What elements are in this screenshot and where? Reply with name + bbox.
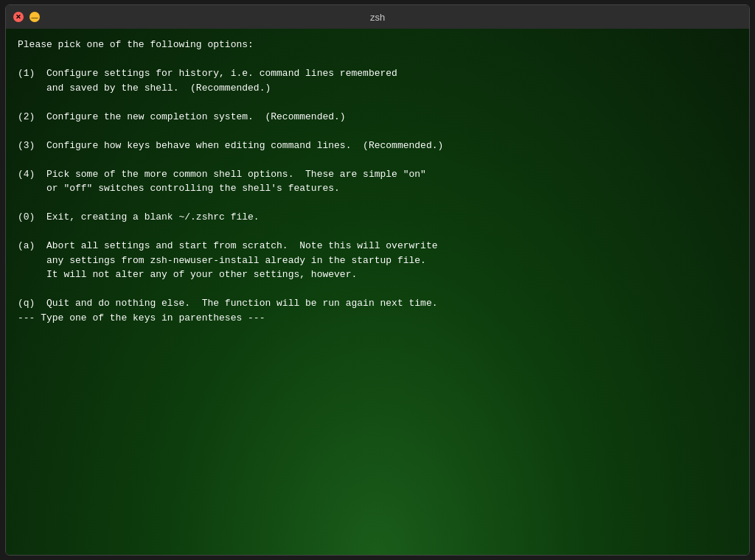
terminal-line: Please pick one of the following options… [18, 38, 737, 52]
titlebar: ✕ — zsh [6, 5, 749, 29]
terminal-line [18, 196, 737, 211]
terminal-line: --- Type one of the keys in parentheses … [18, 311, 737, 326]
terminal-line: (0) Exit, creating a blank ~/.zshrc file… [18, 210, 737, 225]
terminal-line: (2) Configure the new completion system.… [18, 110, 737, 125]
terminal-line: (4) Pick some of the more common shell o… [18, 167, 737, 182]
terminal-line [18, 124, 737, 139]
terminal-body[interactable]: Please pick one of the following options… [6, 29, 749, 555]
terminal-line [18, 52, 737, 67]
terminal-line: and saved by the shell. (Recommended.) [18, 81, 737, 96]
terminal-line: (1) Configure settings for history, i.e.… [18, 66, 737, 81]
terminal-line [18, 225, 737, 239]
terminal-line: any settings from zsh-newuser-install al… [18, 253, 737, 268]
terminal-line: (a) Abort all settings and start from sc… [18, 239, 737, 253]
terminal-line: It will not alter any of your other sett… [18, 267, 737, 282]
window-title: zsh [370, 12, 385, 23]
terminal-line [18, 153, 737, 167]
terminal-line [18, 282, 737, 297]
titlebar-buttons: ✕ — [13, 12, 40, 22]
terminal-line: (3) Configure how keys behave when editi… [18, 139, 737, 153]
terminal-line: (q) Quit and do nothing else. The functi… [18, 296, 737, 311]
terminal-line: or "off" switches controlling the shell'… [18, 181, 737, 196]
minimize-button[interactable]: — [29, 12, 40, 22]
terminal-window: ✕ — zsh Please pick one of the following… [5, 4, 750, 556]
close-button[interactable]: ✕ [13, 12, 24, 22]
terminal-line [18, 95, 737, 110]
